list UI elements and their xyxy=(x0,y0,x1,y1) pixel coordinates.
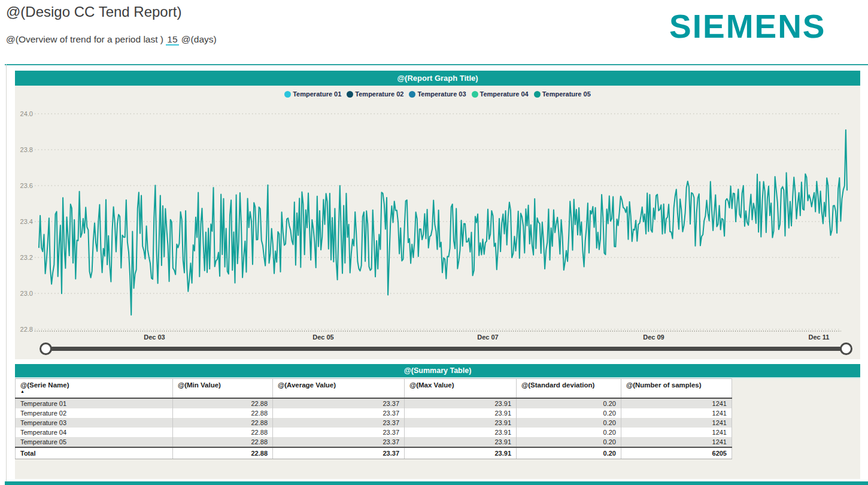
cell-samples: 1241 xyxy=(621,428,732,437)
report-page: @(Desigo CC Tend Report) @(Overview of t… xyxy=(0,0,868,485)
cell-min: 22.88 xyxy=(173,437,273,447)
summary-table: @(Serie Name)▲@(Min Value)@(Average Valu… xyxy=(15,378,732,459)
cell-min: 22.88 xyxy=(173,418,273,428)
sort-ascending-icon: ▲ xyxy=(20,390,168,393)
column-header-max-value[interactable]: @(Max Value) xyxy=(405,379,517,399)
column-header-min-value[interactable]: @(Min Value) xyxy=(173,379,273,399)
cell-samples: 1241 xyxy=(621,398,732,408)
total-samples: 6205 xyxy=(621,447,732,459)
cell-std: 0.20 xyxy=(517,398,621,408)
cell-std: 0.20 xyxy=(517,437,621,447)
y-axis-tick-label: 23.4 xyxy=(20,218,33,225)
cell-max: 23.91 xyxy=(405,408,517,418)
cell-min: 22.88 xyxy=(173,428,273,437)
temperature-trend-line xyxy=(39,130,847,315)
cell-min: 22.88 xyxy=(173,408,273,418)
y-axis-tick-label: 23.6 xyxy=(20,182,33,189)
cell-avg: 23.37 xyxy=(273,418,405,428)
siemens-logo: SIEMENS xyxy=(669,7,826,46)
cell-serie-name: Temperature 04 xyxy=(16,428,173,437)
days-parameter-field[interactable]: 15 xyxy=(166,34,178,46)
cell-serie-name: Temperature 03 xyxy=(16,418,173,428)
x-axis-tick-label: Dec 11 xyxy=(809,334,830,341)
cell-samples: 1241 xyxy=(621,408,732,418)
cell-avg: 23.37 xyxy=(273,437,405,447)
x-axis-tick-label: Dec 09 xyxy=(643,334,664,341)
subtitle-suffix: @(days) xyxy=(181,34,217,44)
cell-min: 22.88 xyxy=(173,398,273,408)
table-row-temperature-03: Temperature 0322.8823.3723.910.201241 xyxy=(16,418,732,428)
cell-avg: 23.37 xyxy=(273,408,405,418)
page-left-border xyxy=(6,64,7,485)
column-header-average-value[interactable]: @(Average Value) xyxy=(273,379,405,399)
column-header-serie-name[interactable]: @(Serie Name)▲ xyxy=(16,379,173,399)
table-row-temperature-01: Temperature 0122.8823.3723.910.201241 xyxy=(16,398,732,408)
column-header-number-of-samples[interactable]: @(Number of samples) xyxy=(621,379,732,399)
x-axis-tick-label: Dec 07 xyxy=(477,334,498,341)
y-axis-tick-label: 23.0 xyxy=(20,290,33,297)
table-total-row: Total22.8823.3723.910.206205 xyxy=(16,447,732,459)
cell-serie-name: Temperature 01 xyxy=(16,398,173,408)
cell-samples: 1241 xyxy=(621,418,732,428)
chart-panel-title: @(Report Graph Title) xyxy=(15,71,860,86)
subtitle-prefix: @(Overview of trend for a period last ) xyxy=(6,34,163,44)
table-header-row: @(Serie Name)▲@(Min Value)@(Average Valu… xyxy=(16,379,732,399)
y-axis-tick-label: 22.8 xyxy=(20,326,33,333)
time-range-slider-track[interactable] xyxy=(45,347,846,351)
column-header-standard-deviation[interactable]: @(Standard deviation) xyxy=(517,379,621,399)
trend-chart: 24.023.823.623.423.223.022.8Dec 03Dec 05… xyxy=(15,86,860,343)
cell-serie-name: Temperature 05 xyxy=(16,437,173,447)
cell-max: 23.91 xyxy=(405,398,517,408)
x-axis-tick-label: Dec 05 xyxy=(312,334,333,341)
x-axis-tick-label: Dec 03 xyxy=(144,334,165,341)
y-axis-tick-label: 24.0 xyxy=(20,110,33,117)
cell-max: 23.91 xyxy=(405,418,517,428)
slider-handle-right[interactable] xyxy=(840,342,852,355)
header-divider xyxy=(5,64,868,65)
table-row-temperature-02: Temperature 0222.8823.3723.910.201241 xyxy=(16,408,732,418)
total-label: Total xyxy=(16,447,173,459)
cell-std: 0.20 xyxy=(517,408,621,418)
total-max: 23.91 xyxy=(405,447,517,459)
total-avg: 23.37 xyxy=(273,447,405,459)
slider-handle-left[interactable] xyxy=(40,342,52,355)
cell-max: 23.91 xyxy=(405,428,517,437)
cell-avg: 23.37 xyxy=(273,428,405,437)
cell-max: 23.91 xyxy=(405,437,517,447)
table-panel-title: @(Summary Table) xyxy=(15,364,860,378)
cell-serie-name: Temperature 02 xyxy=(16,408,173,418)
cell-samples: 1241 xyxy=(621,437,732,447)
page-title: @(Desigo CC Tend Report) xyxy=(6,4,181,20)
total-std: 0.20 xyxy=(517,447,621,459)
table-row-temperature-05: Temperature 0522.8823.3723.910.201241 xyxy=(16,437,732,447)
y-axis-tick-label: 23.8 xyxy=(20,146,33,153)
cell-std: 0.20 xyxy=(517,428,621,437)
table-row-temperature-04: Temperature 0422.8823.3723.910.201241 xyxy=(16,428,732,437)
cell-avg: 23.37 xyxy=(273,398,405,408)
page-subtitle: @(Overview of trend for a period last ) … xyxy=(6,34,217,45)
summary-table-panel: @(Summary Table) @(Serie Name)▲@(Min Val… xyxy=(15,364,860,479)
cell-std: 0.20 xyxy=(517,418,621,428)
bottom-accent-bar xyxy=(5,481,868,485)
total-min: 22.88 xyxy=(173,447,273,459)
chart-panel: @(Report Graph Title) Temperature 01Temp… xyxy=(15,71,860,359)
y-axis-tick-label: 23.2 xyxy=(20,254,33,261)
